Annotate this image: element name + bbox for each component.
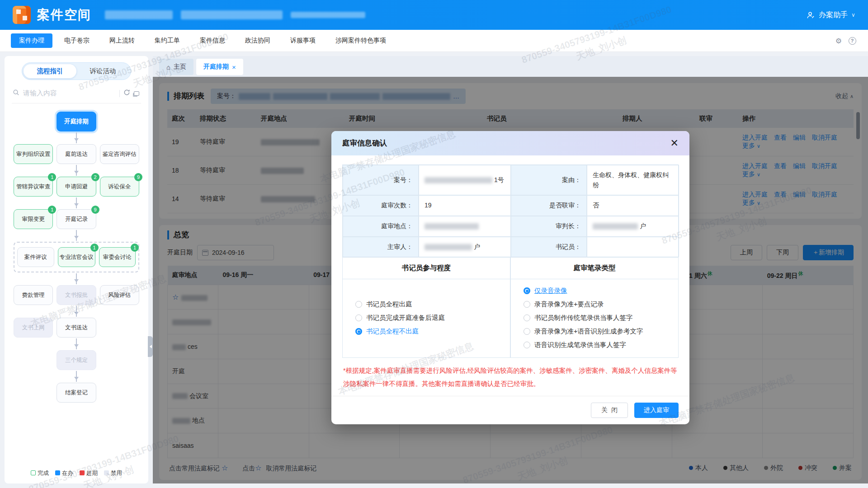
options-section: 书记员参与程度 庭审笔录类型 书记员全程出庭 书记员完成开庭准备后退庭 书记员全… xyxy=(342,258,679,358)
flow-arrow xyxy=(76,338,77,349)
flow-node-label: 专业法官会议 xyxy=(60,253,94,261)
flow-node-committee-discussion[interactable]: 审委会讨论 1 xyxy=(99,247,136,267)
tab-label: 主页 xyxy=(174,63,186,71)
clerk-participation-options: 书记员全程出庭 书记员完成开庭准备后退庭 书记员全程不出庭 xyxy=(342,279,510,358)
flow-node-hearing-schedule[interactable]: 开庭排期 xyxy=(57,112,96,131)
enter-hearing-button[interactable]: 进入庭审 xyxy=(634,403,679,418)
flow-node-doc-approval: 文书报批 xyxy=(57,285,96,305)
field-label-joint-trial: 是否联审： xyxy=(511,195,587,216)
radio-av-plus-speech-text[interactable]: 录音录像为准+语音识别生成参考文字 xyxy=(524,327,672,336)
flow-node-label: 管辖异议审查 xyxy=(16,183,50,191)
close-button[interactable]: 关闭 xyxy=(591,403,628,418)
flow-node-label: 申请回避 xyxy=(65,183,88,191)
flow-status-legend: 完成 在办 超期 禁用 xyxy=(12,465,141,479)
field-label-clerk: 书记员： xyxy=(511,237,587,258)
flow-node-doc-publish: 文书上网 xyxy=(14,318,53,338)
flow-group-deliberation: 案件评议 专业法官会议 1 审委会讨论 1 xyxy=(14,242,139,272)
close-icon[interactable]: × xyxy=(232,63,236,71)
radio-icon xyxy=(355,314,362,321)
legend-overdue: 超期 xyxy=(80,469,98,477)
flow-arrow xyxy=(76,165,77,176)
hearing-info-confirm-modal: 庭审信息确认 ✕ 案号： 1号 案由： 生命权、身体权、健康权纠纷 庭审次数： … xyxy=(331,131,689,424)
chevron-down-icon: ∨ xyxy=(851,12,855,18)
modal-header: 庭审信息确认 ✕ xyxy=(331,131,689,155)
radio-clerk-leave-after-prep[interactable]: 书记员完成开庭准备后退庭 xyxy=(355,314,504,322)
flow-arrow xyxy=(76,197,77,208)
flow-node-recusal-request[interactable]: 申请回避 2 xyxy=(57,177,96,197)
redacted-value xyxy=(425,177,492,183)
nav-tab-online-flow[interactable]: 网上流转 xyxy=(101,33,143,48)
field-label-cause: 案由： xyxy=(511,165,587,195)
record-type-header: 庭审笔录类型 xyxy=(510,258,679,279)
main-content: ⌂ 主页 开庭排期 × 排期列表 案号： xyxy=(153,56,868,483)
redacted-value xyxy=(425,223,479,230)
search-placeholder: 请输入内容 xyxy=(23,89,116,98)
nav-tab-legal-coord[interactable]: 政法协同 xyxy=(237,33,278,48)
flow-node-hearing-record[interactable]: 开庭记录 9 xyxy=(57,209,96,229)
flow-node-label: 开庭记录 xyxy=(65,216,88,223)
modal-footer: 关闭 进入庭审 xyxy=(331,396,689,424)
redacted-case-info xyxy=(181,10,283,19)
settings-gear-icon[interactable]: ⚙ xyxy=(834,36,844,46)
flow-arrow xyxy=(76,306,77,317)
nav-tab-case-handling[interactable]: 案件办理 xyxy=(11,33,52,48)
flow-node-label: 审委会讨论 xyxy=(103,253,132,261)
modal-body: 案号： 1号 案由： 生命权、身体权、健康权纠纷 庭审次数： 19 是否联审： … xyxy=(331,155,689,396)
tab-home[interactable]: ⌂ 主页 xyxy=(159,59,193,75)
flow-node-label: 审限变更 xyxy=(22,216,45,223)
flow-arrow xyxy=(76,132,77,143)
field-label-session-count: 庭审次数： xyxy=(343,195,419,216)
radio-clerk-traditional-record[interactable]: 书记员制作传统笔录供当事人签字 xyxy=(524,314,672,322)
radio-clerk-no-attend[interactable]: 书记员全程不出庭 xyxy=(355,327,504,336)
flow-node-litigation-preservation[interactable]: 诉讼保全 9 xyxy=(100,177,139,197)
workspace: 流程指引 诉讼活动 请输入内容 开庭排期 审判组织设置 庭前送达 鉴定咨询 xyxy=(0,52,868,488)
flow-node-case-review[interactable]: 案件评议 xyxy=(17,247,54,267)
redacted-case-info-2 xyxy=(291,12,365,18)
record-type-options: 仅录音录像 录音录像为准+要点记录 书记员制作传统笔录供当事人签字 录音录像为准… xyxy=(510,279,679,358)
field-value-session-count: 19 xyxy=(419,195,511,216)
flow-node-trial-limit-change[interactable]: 审限变更 1 xyxy=(14,209,53,229)
count-badge: 1 xyxy=(90,244,99,252)
radio-av-plus-keypoints[interactable]: 录音录像为准+要点记录 xyxy=(524,300,672,309)
field-value-location xyxy=(419,216,511,237)
flow-node-appraisal-consult[interactable]: 鉴定咨询评估 xyxy=(100,144,139,164)
layers-icon[interactable] xyxy=(134,91,139,96)
flow-node-judges-meeting[interactable]: 专业法官会议 1 xyxy=(58,247,95,267)
assistant-menu[interactable]: 办案助手 ∨ xyxy=(807,10,855,20)
flow-node-fee-management[interactable]: 费款管理 xyxy=(14,285,53,305)
search-icon xyxy=(13,89,19,98)
count-badge: 2 xyxy=(91,173,99,181)
sidebar-search[interactable]: 请输入内容 xyxy=(12,86,141,103)
help-icon[interactable]: ? xyxy=(847,36,857,46)
radio-clerk-full-attend[interactable]: 书记员全程出庭 xyxy=(355,300,504,309)
flow-node-risk-assessment[interactable]: 风险评估 xyxy=(100,285,139,305)
nav-tab-e-files[interactable]: 电子卷宗 xyxy=(56,33,98,48)
legend-complete: 完成 xyxy=(31,469,49,477)
main-nav: 案件办理 电子卷宗 网上流转 集约工单 案件信息 政法协同 诉服事项 涉网案件特… xyxy=(0,30,868,52)
refresh-icon[interactable] xyxy=(123,89,130,98)
flow-node-trial-org-setup[interactable]: 审判组织设置 xyxy=(14,144,53,164)
flow-node-doc-delivery[interactable]: 文书送达 xyxy=(57,318,96,338)
toggle-process-guide[interactable]: 流程指引 xyxy=(24,64,76,78)
nav-tab-case-info[interactable]: 案件信息 xyxy=(192,33,233,48)
flow-node-case-closing[interactable]: 结案登记 xyxy=(57,383,96,403)
count-badge: 1 xyxy=(48,206,56,214)
flow-node-pretrial-delivery[interactable]: 庭前送达 xyxy=(57,144,96,164)
nav-tab-work-orders[interactable]: 集约工单 xyxy=(146,33,188,48)
radio-icon-selected xyxy=(524,287,530,294)
field-label-chief-judge: 主审人： xyxy=(343,237,419,258)
toggle-litigation-activity[interactable]: 诉讼活动 xyxy=(76,64,129,78)
flow-node-jurisdiction-objection[interactable]: 管辖异议审查 1 xyxy=(14,177,53,197)
flow-node-label: 诉讼保全 xyxy=(108,183,131,191)
radio-speech-record-sign[interactable]: 语音识别生成笔录供当事人签字 xyxy=(524,341,672,349)
sidebar-collapse-handle[interactable] xyxy=(148,336,153,357)
field-label-presiding-judge: 审判长： xyxy=(511,216,587,237)
radio-av-only[interactable]: 仅录音录像 xyxy=(524,286,672,295)
modal-close-icon[interactable]: ✕ xyxy=(670,138,679,148)
tab-hearing-schedule[interactable]: 开庭排期 × xyxy=(196,59,243,75)
nav-tab-internet-cases[interactable]: 涉网案件特色事项 xyxy=(327,33,394,48)
legend-swatch xyxy=(80,470,85,475)
nav-tab-service-items[interactable]: 诉服事项 xyxy=(282,33,324,48)
clerk-participation-header: 书记员参与程度 xyxy=(342,258,510,279)
tab-label: 开庭排期 xyxy=(203,63,229,71)
